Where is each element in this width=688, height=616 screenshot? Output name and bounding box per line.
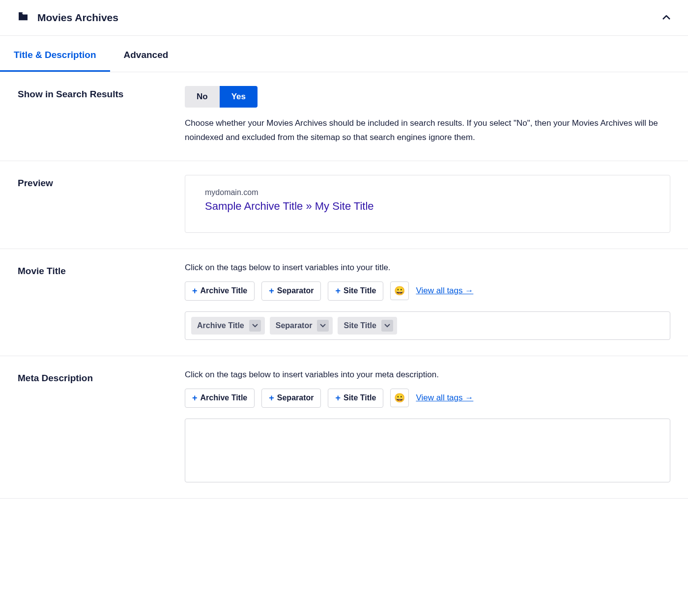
show-in-search-help: Choose whether your Movies Archives shou… [185, 116, 670, 145]
tag-separator-button[interactable]: +Separator [261, 389, 321, 408]
plus-icon: + [192, 286, 198, 296]
section-movie-title: Movie Title Click on the tags below to i… [0, 249, 688, 356]
show-in-search-toggle: No Yes [185, 86, 258, 108]
section-show-in-search: Show in Search Results No Yes Choose whe… [0, 72, 688, 161]
movie-title-instruction: Click on the tags below to insert variab… [185, 263, 670, 273]
movie-title-label: Movie Title [18, 263, 185, 340]
meta-description-input[interactable] [185, 419, 670, 482]
section-meta-description: Meta Description Click on the tags below… [0, 356, 688, 499]
show-in-search-label: Show in Search Results [18, 86, 185, 145]
tab-title-description[interactable]: Title & Description [0, 36, 110, 72]
toggle-no[interactable]: No [185, 86, 220, 108]
movie-title-tag-row: +Archive Title +Separator +Site Title 😀 … [185, 281, 670, 301]
plus-icon: + [269, 286, 274, 296]
tab-advanced[interactable]: Advanced [110, 36, 182, 72]
chip-archive-title[interactable]: Archive Title [191, 317, 265, 335]
tag-archive-title-button[interactable]: +Archive Title [185, 281, 255, 301]
panel-header[interactable]: Movies Archives [0, 0, 688, 36]
chevron-down-icon[interactable] [317, 320, 329, 332]
movie-title-input[interactable]: Archive Title Separator Site Title [185, 311, 670, 340]
chevron-up-icon[interactable] [662, 13, 670, 22]
panel-title: Movies Archives [37, 12, 662, 24]
tabs: Title & Description Advanced [0, 36, 688, 72]
plus-icon: + [192, 393, 198, 403]
emoji-button[interactable]: 😀 [390, 281, 409, 300]
preview-domain: mydomain.com [205, 188, 650, 197]
plus-icon: + [335, 393, 341, 403]
preview-box: mydomain.com Sample Archive Title » My S… [185, 175, 670, 233]
meta-description-instruction: Click on the tags below to insert variab… [185, 370, 670, 380]
plus-icon: + [335, 286, 341, 296]
tag-site-title-button[interactable]: +Site Title [328, 281, 383, 301]
section-preview: Preview mydomain.com Sample Archive Titl… [0, 161, 688, 249]
chevron-down-icon[interactable] [249, 320, 261, 332]
emoji-button[interactable]: 😀 [390, 389, 409, 407]
chevron-down-icon[interactable] [381, 320, 393, 332]
meta-description-tag-row: +Archive Title +Separator +Site Title 😀 … [185, 389, 670, 408]
meta-description-label: Meta Description [18, 370, 185, 482]
folder-icon [18, 12, 37, 23]
chip-site-title[interactable]: Site Title [338, 317, 397, 335]
preview-title: Sample Archive Title » My Site Title [205, 200, 650, 213]
view-all-tags-link[interactable]: View all tags → [416, 393, 473, 403]
chip-separator[interactable]: Separator [270, 317, 333, 335]
preview-label: Preview [18, 175, 185, 233]
toggle-yes[interactable]: Yes [220, 86, 258, 108]
plus-icon: + [269, 393, 274, 403]
tag-site-title-button[interactable]: +Site Title [328, 389, 383, 408]
view-all-tags-link[interactable]: View all tags → [416, 286, 473, 296]
tag-separator-button[interactable]: +Separator [261, 281, 321, 301]
tag-archive-title-button[interactable]: +Archive Title [185, 389, 255, 408]
